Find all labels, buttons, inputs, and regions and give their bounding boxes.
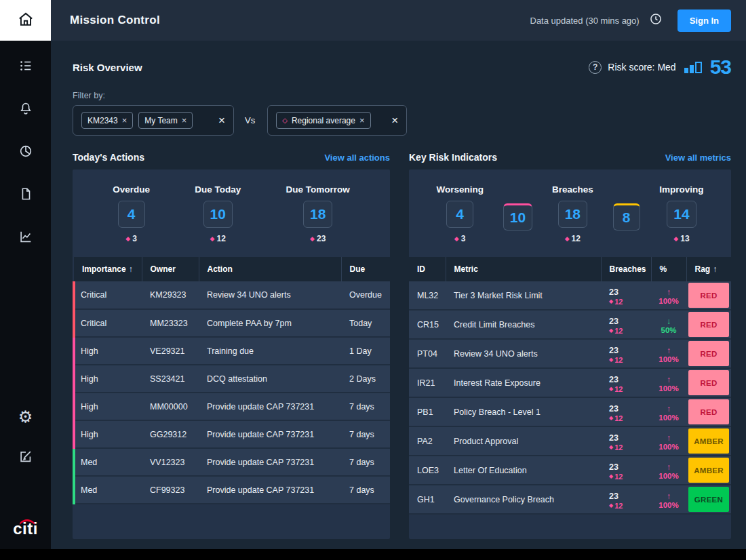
owner-cell: SS23421 [142,365,199,393]
diamond-icon: ◇ [282,117,288,124]
column-header-id[interactable]: ID [409,257,446,281]
actions-table: Importance↑ Owner Action Due CriticalKM2… [73,257,390,504]
sidebar-item-documents[interactable] [17,186,35,204]
importance-cell: Med [74,448,142,476]
breach-count: 23 [609,492,643,501]
diamond-icon: ◆ [609,503,613,508]
clear-filter-icon[interactable]: × [391,114,398,127]
breaches-cell: 23◆12 [601,368,651,397]
breach-delta: ◆12 [609,443,643,452]
kri-row[interactable]: IR21Interest Rate Exposure23◆12↑100%RED [409,368,731,397]
column-header-owner[interactable]: Owner [142,257,199,281]
percent-value: 100% [654,384,684,393]
column-header-rag[interactable]: Rag↑ [686,257,731,281]
column-header-action[interactable]: Action [199,257,341,281]
sign-in-button[interactable]: Sign In [678,9,731,32]
breach-delta-value: 12 [614,327,623,336]
breach-delta-value: 12 [614,443,623,452]
column-header-importance[interactable]: Importance↑ [74,257,142,281]
stat-breaches: Breaches 18 ◆12 [552,184,593,243]
help-icon[interactable]: ? [589,61,602,74]
rag-cell: RED [686,310,731,339]
column-header-metric[interactable]: Metric [446,257,601,281]
action-row[interactable]: CriticalKM29323Review 34 UNO alertsOverd… [74,281,390,309]
id-cell: GH1 [409,485,446,514]
diamond-icon: ◆ [565,236,570,242]
line-chart-icon [18,229,33,247]
clock-icon [649,12,663,28]
percent-cell: ↑100% [651,426,686,456]
rag-cell: RED [686,339,731,368]
due-cell: 7 days [341,448,390,476]
filter-group-comparison[interactable]: ◇ Regional average × × [267,105,407,136]
stat-label: Improving [659,184,703,195]
filter-group-primary[interactable]: KM2343 × My Team × × [73,105,234,136]
filter-chip[interactable]: KM2343 × [81,112,133,129]
sidebar-item-compose[interactable] [17,449,35,466]
percent-cell: ↑100% [651,485,686,514]
breach-delta-value: 12 [614,356,623,365]
action-cell: Provide update CAP 737231 [199,393,341,420]
action-row[interactable]: HighMM00000Provide update CAP 7372317 da… [74,393,390,420]
column-header-breaches[interactable]: Breaches [601,257,651,281]
importance-cell: Med [74,476,142,504]
metric-cell: Review 34 UNO alerts [446,339,601,368]
kri-row[interactable]: CR15Credit Limit Breaches23◆12↓50%RED [409,310,731,339]
column-header-percent[interactable]: % [651,257,686,281]
todays-actions-card: Overdue 4 ◆3 Due Today 10 ◆12 Due Tomorr… [73,169,390,539]
rag-cell: AMBER [686,456,731,485]
sidebar-item-analytics[interactable] [17,144,35,161]
action-row[interactable]: HighVE29321Training due1 Day [74,337,390,365]
rag-badge: RED [688,399,729,424]
view-all-metrics-link[interactable]: View all metrics [665,153,731,163]
action-cell: DCQ attestation [199,365,341,393]
action-row[interactable]: HighGG29312Provide update CAP 7372317 da… [74,420,390,448]
metric-cell: Governance Policy Breach [446,485,601,514]
id-cell: LOE3 [409,456,446,485]
data-updated-text: Data updated (30 mins ago) [530,16,640,26]
filter-chip[interactable]: My Team × [138,112,193,129]
kri-table-body: ML32Tier 3 Market Risk Limit23◆12↑100%RE… [409,281,731,514]
filter-chip-label: My Team [144,116,177,125]
breach-delta-value: 12 [614,298,623,306]
kri-row[interactable]: GH1Governance Policy Breach23◆12↑100%GRE… [409,485,731,514]
column-header-due[interactable]: Due [341,257,390,281]
page-title: Risk Overview [73,62,142,73]
kri-row[interactable]: PA2Product Approval23◆12↑100%AMBER [409,426,731,456]
remove-chip-icon[interactable]: × [122,115,127,125]
sidebar-item-home[interactable] [0,0,51,41]
stat-due-tomorrow: Due Tomorrow 18 ◆23 [286,184,350,243]
due-cell: 2 Days [341,365,390,393]
breach-delta: ◆12 [609,298,643,306]
sidebar-item-tasks[interactable] [17,58,35,76]
clear-filter-icon[interactable]: × [218,114,225,127]
kri-row[interactable]: PB1Policy Breach - Level 123◆12↑100%RED [409,397,731,426]
kri-table: ID Metric Breaches % Rag↑ ML32Tier 3 Mar… [409,257,731,515]
remove-chip-icon[interactable]: × [182,115,187,125]
rag-badge: AMBER [688,458,729,483]
action-row[interactable]: HighSS23421DCQ attestation2 Days [74,365,390,393]
kri-row[interactable]: ML32Tier 3 Market Risk Limit23◆12↑100%RE… [409,281,731,310]
sidebar-item-settings[interactable]: ⚙ [17,408,35,426]
stat-value-box: 4 [446,201,473,228]
metric-cell: Policy Breach - Level 1 [446,397,601,426]
remove-chip-icon[interactable]: × [359,115,365,125]
breach-count: 23 [609,462,643,472]
importance-cell: High [74,337,142,365]
action-cell: Training due [199,337,341,365]
view-all-actions-link[interactable]: View all actions [324,153,390,163]
kri-row[interactable]: PT04Review 34 UNO alerts23◆12↑100%RED [409,339,731,368]
filter-chip[interactable]: ◇ Regional average × [276,112,370,129]
kri-row[interactable]: LOE3Letter Of Education23◆12↑100%AMBER [409,456,731,485]
percent-cell: ↑100% [651,281,686,310]
breaches-cell: 23◆12 [601,310,651,339]
rag-badge: RED [688,312,729,337]
action-row[interactable]: CriticalMM23323Complete PAA by 7pmToday [74,309,390,337]
action-row[interactable]: MedCF99323Provide update CAP 7372317 day… [74,476,390,504]
importance-cell: Critical [74,281,142,309]
metric-cell: Interest Rate Exposure [446,368,601,397]
trend-down-icon: ↓ [654,317,684,326]
sidebar-item-notifications[interactable] [17,101,35,119]
sidebar-item-reports[interactable] [17,229,35,247]
action-row[interactable]: MedVV12323Provide update CAP 7372317 day… [74,448,390,476]
